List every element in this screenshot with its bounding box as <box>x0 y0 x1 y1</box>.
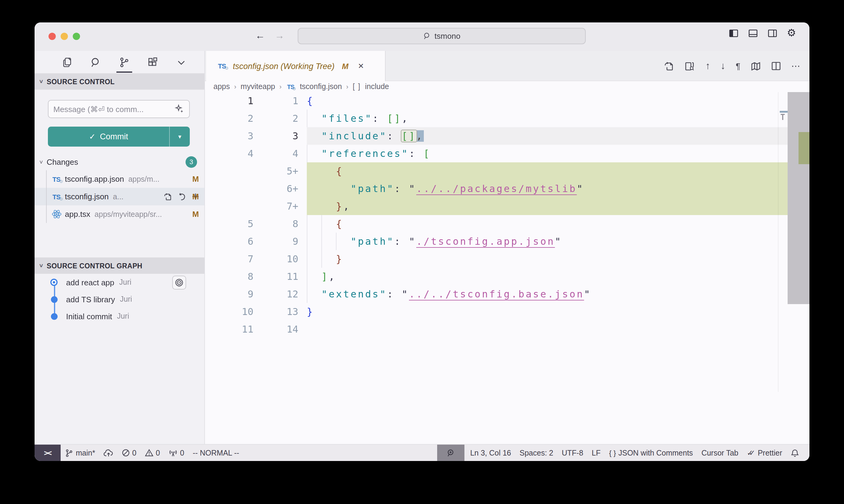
previous-change-icon[interactable]: ↑ <box>705 60 710 71</box>
code-line: 5+ { <box>205 162 809 180</box>
status-item-broadcast[interactable]: 0 <box>164 449 189 457</box>
remote-indicator[interactable]: >< <box>35 444 61 461</box>
tab-close-icon[interactable]: × <box>358 60 364 71</box>
breadcrumb-item[interactable]: myviteapp <box>241 83 275 91</box>
nav-forward-icon[interactable]: → <box>275 30 285 42</box>
code-line: 22 "files": [], <box>205 110 809 127</box>
modified-line-number: 5+ <box>263 162 298 180</box>
commit-message-input[interactable]: Message (⌘⏎ to comm... <box>48 100 190 118</box>
status-item-double-check[interactable]: ✓✓Prettier <box>742 448 787 457</box>
commit-message-placeholder: Message (⌘⏎ to comm... <box>53 105 175 113</box>
status-item-cloud-upload[interactable] <box>100 449 118 457</box>
modified-line-number: 11 <box>263 268 298 285</box>
open-file-icon[interactable] <box>164 192 172 201</box>
code-line: 1013} <box>205 303 809 321</box>
status-item-bell[interactable] <box>787 449 803 457</box>
commit-message: Initial commit <box>66 312 112 321</box>
original-line-number: 3 <box>205 127 254 145</box>
graph-chevron-icon: ˅ <box>39 262 43 269</box>
diff-editor-content[interactable]: 11{22 "files": [],33 "include": [],44 "r… <box>205 92 809 444</box>
status-item-utf-8[interactable]: UTF-8 <box>557 449 587 457</box>
file-path: apps/myviteapp/sr... <box>94 210 162 218</box>
extensions-icon[interactable] <box>147 56 159 68</box>
original-line-number: 10 <box>205 303 254 321</box>
next-change-icon[interactable]: ↓ <box>721 60 725 71</box>
toggle-primary-sidebar-icon[interactable] <box>729 29 739 38</box>
source-control-graph-header[interactable]: ˅ SOURCE CONTROL GRAPH <box>35 257 204 274</box>
breadcrumb-separator: › <box>234 83 236 90</box>
commit-row[interactable]: add react appJuri <box>35 274 204 291</box>
path-link[interactable]: ../../tsconfig.base.json <box>409 288 584 300</box>
source-control-section-title: SOURCE CONTROL <box>47 78 115 85</box>
zoom-window-button[interactable] <box>73 33 80 40</box>
status-item-cursor-tab[interactable]: Cursor Tab <box>697 449 743 457</box>
breadcrumb-item[interactable]: tsconfig.json <box>300 83 342 91</box>
minimize-window-button[interactable] <box>61 33 68 40</box>
source-control-view-icon[interactable] <box>118 56 131 68</box>
status-item-spaces-2[interactable]: Spaces: 2 <box>515 449 557 457</box>
status-item-warning[interactable]: 0 <box>141 449 164 457</box>
commit-author: Juri <box>119 278 131 287</box>
tab-modified-badge: M <box>342 61 349 71</box>
source-control-section-header[interactable]: ˅ SOURCE CONTROL <box>35 73 204 90</box>
ts-file-icon: TS⚙ <box>286 83 296 90</box>
close-window-button[interactable] <box>49 33 56 40</box>
commit-button[interactable]: ✓ Commit ▾ <box>48 127 190 147</box>
tree-indent-guide <box>46 205 47 223</box>
file-path: apps/m... <box>128 175 159 183</box>
commit-dropdown-button[interactable]: ▾ <box>169 127 190 147</box>
original-line-number: 5 <box>205 215 254 233</box>
map-icon[interactable] <box>751 61 761 71</box>
open-changes-icon[interactable] <box>664 61 674 71</box>
file-name: tsconfig.json <box>65 192 109 201</box>
split-editor-icon[interactable] <box>771 61 781 71</box>
original-line-number: 2 <box>205 110 254 127</box>
explorer-icon[interactable] <box>61 56 73 68</box>
modified-line-number: 7+ <box>263 197 298 215</box>
commit-message: add react app <box>66 278 114 287</box>
sparkle-icon[interactable] <box>175 104 184 114</box>
search-view-icon[interactable] <box>90 56 102 68</box>
status-item-branch[interactable]: main* <box>61 449 100 457</box>
code-line: 33 "include": [], <box>205 127 809 145</box>
modified-status-badge: M <box>192 210 199 219</box>
status-item-lf[interactable]: LF <box>587 449 605 457</box>
commit-row[interactable]: Initial commitJuri <box>35 308 204 325</box>
scrollbar-thumb[interactable] <box>788 92 809 304</box>
changed-file-row[interactable]: app.tsxapps/myviteapp/sr...M <box>35 205 204 223</box>
status-item-error[interactable]: 0 <box>118 449 141 457</box>
status-item--normal-[interactable]: -- NORMAL -- <box>189 449 243 457</box>
editor-scrollbar[interactable] <box>788 92 809 444</box>
toggle-secondary-sidebar-icon[interactable] <box>768 29 777 38</box>
path-link[interactable]: ./tsconfig.app.json <box>416 236 555 247</box>
changes-header[interactable]: ˅ Changes 3 <box>35 153 204 170</box>
nav-back-icon[interactable]: ← <box>255 30 265 42</box>
checkout-target-button[interactable] <box>172 275 186 289</box>
tree-indent-guide <box>46 188 47 205</box>
changed-file-row[interactable]: TS⚙tsconfig.jsona...M <box>35 188 204 205</box>
check-icon: ✓ <box>89 132 96 141</box>
commit-author: Juri <box>117 312 129 321</box>
changed-file-row[interactable]: TS⚙tsconfig.app.jsonapps/m...M <box>35 170 204 188</box>
tab-tsconfig-working-tree[interactable]: TS⚙ tsconfig.json (Working Tree) M × <box>206 51 385 81</box>
code-line: 811 ], <box>205 268 809 285</box>
status-item-ln-3-col-16[interactable]: Ln 3, Col 16 <box>466 449 515 457</box>
more-actions-icon[interactable]: ⋯ <box>791 60 801 71</box>
commit-row[interactable]: add TS libraryJuri <box>35 291 204 308</box>
toggle-whitespace-icon[interactable]: ¶ <box>736 61 740 71</box>
settings-gear-icon[interactable]: ⚙ <box>787 29 796 38</box>
toggle-panel-icon[interactable] <box>748 29 758 38</box>
discard-changes-icon[interactable] <box>178 192 186 201</box>
code-line: 7+ }, <box>205 197 809 215</box>
code-line: 44 "references": [ <box>205 145 809 162</box>
path-link[interactable]: ../../packages/mytslib <box>416 183 576 195</box>
modified-line-number: 12 <box>263 285 298 303</box>
zoom-indicator[interactable] <box>437 444 465 461</box>
status-item-braces[interactable]: { }JSON with Comments <box>605 449 697 457</box>
review-changes-icon[interactable] <box>685 61 695 71</box>
breadcrumb-item[interactable]: apps <box>213 83 230 91</box>
additional-views-chevron-icon[interactable] <box>175 56 187 68</box>
command-center-search[interactable]: tsmono <box>298 28 586 44</box>
vscode-window: ← → tsmono ⚙ <box>35 22 809 461</box>
breadcrumb-item[interactable]: include <box>365 83 389 91</box>
